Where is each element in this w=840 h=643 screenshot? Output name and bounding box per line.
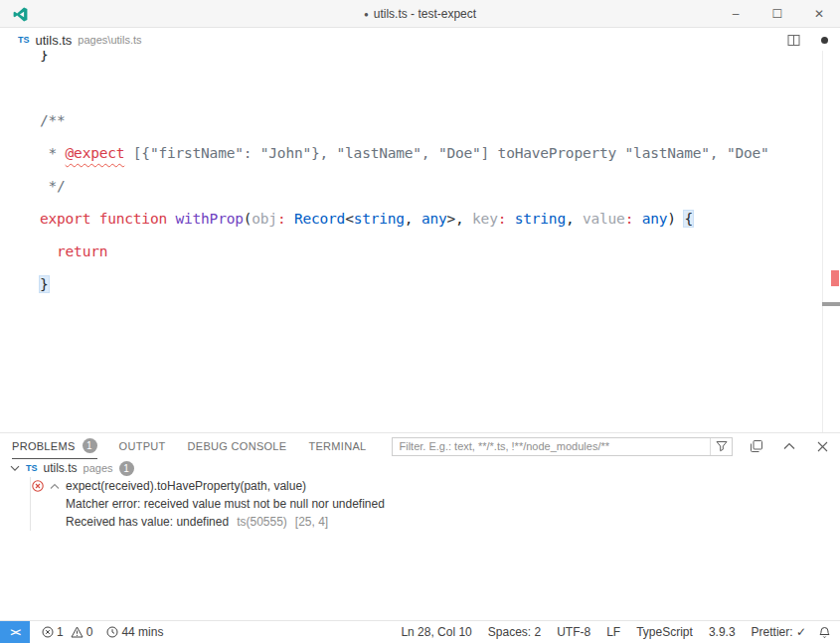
code-area: } /** * @expect [{"firstName": "John"}, …	[0, 51, 840, 301]
tab-debug-console[interactable]: DEBUG CONSOLE	[188, 433, 287, 459]
problems-status[interactable]: 1 0	[42, 625, 92, 639]
timer-status[interactable]: 44 mins	[106, 625, 163, 639]
tab-label: utils.ts	[36, 33, 73, 48]
window-title-text: utils.ts - test-expect	[374, 7, 476, 21]
remote-indicator[interactable]: ><	[0, 621, 30, 643]
maximize-button[interactable]: ☐	[756, 0, 798, 28]
bell-icon[interactable]	[816, 624, 832, 640]
code-line[interactable]: export function withProp(obj: Record<str…	[40, 203, 840, 236]
problems-tab-label: PROBLEMS	[12, 440, 76, 452]
code-editor[interactable]: } /** * @expect [{"firstName": "John"}, …	[0, 51, 840, 432]
statusbar-item[interactable]: Spaces: 2	[488, 625, 541, 639]
minimize-button[interactable]: –	[715, 0, 756, 28]
code-line[interactable]: }	[40, 268, 840, 301]
statusbar-item[interactable]: Prettier: ✓	[752, 625, 806, 639]
error-count: 1	[57, 625, 64, 639]
code-line[interactable]: return	[40, 236, 840, 268]
tab-bar: TS utils.ts pages\utils.ts	[0, 29, 840, 51]
statusbar-item[interactable]: LF	[606, 625, 620, 639]
problem-detail-row[interactable]: Received has value: undefined ts(50555) …	[0, 513, 840, 531]
split-editor-icon[interactable]	[785, 32, 801, 48]
problem-detail-row[interactable]: Matcher error: received value must not b…	[0, 495, 840, 513]
modified-dot-icon[interactable]	[821, 37, 828, 44]
problems-filter	[392, 437, 733, 456]
chevron-up-icon[interactable]	[50, 483, 60, 490]
tab-output[interactable]: OUTPUT	[119, 433, 166, 459]
problem-position: [25, 4]	[295, 515, 328, 529]
error-icon	[32, 480, 44, 492]
problem-detail: Matcher error: received value must not b…	[66, 497, 385, 511]
problems-file-group[interactable]: TS utils.ts pages 1	[0, 459, 840, 477]
problem-source: ts(50555)	[237, 515, 287, 529]
problems-count-badge: 1	[83, 438, 97, 453]
bottom-panel: PROBLEMS 1 OUTPUT DEBUG CONSOLE TERMINAL	[0, 432, 840, 620]
tab-terminal[interactable]: TERMINAL	[308, 433, 366, 459]
status-bar: >< 1 0 44 mins Ln 28, Col 10Spaces: 2UTF…	[0, 620, 840, 643]
file-name: utils.ts	[44, 461, 78, 475]
filter-input[interactable]	[393, 440, 710, 452]
typescript-file-icon: TS	[26, 463, 38, 473]
problems-tree: TS utils.ts pages 1 expect(received).toH…	[0, 459, 840, 531]
file-problem-count-badge: 1	[119, 461, 134, 476]
error-count-icon	[42, 626, 54, 638]
statusbar-item[interactable]: 3.9.3	[709, 625, 736, 639]
tab-utils-ts[interactable]: TS utils.ts pages\utils.ts	[18, 29, 142, 51]
overview-ruler-border	[822, 51, 823, 432]
panel-header: PROBLEMS 1 OUTPUT DEBUG CONSOLE TERMINAL	[0, 433, 840, 459]
statusbar-item[interactable]: UTF-8	[557, 625, 590, 639]
collapse-all-icon[interactable]	[749, 438, 764, 454]
scrollbar-cursor-marker	[822, 302, 840, 306]
timer-label: 44 mins	[121, 625, 163, 639]
tab-problems[interactable]: PROBLEMS 1	[12, 433, 97, 459]
code-line[interactable]: }	[40, 51, 840, 72]
code-line[interactable]: * @expect [{"firstName": "John"}, "lastN…	[40, 137, 840, 170]
warning-count: 0	[86, 625, 93, 639]
unsaved-dot-icon: ●	[364, 10, 369, 19]
problem-message: expect(received).toHaveProperty(path, va…	[66, 479, 306, 493]
statusbar-item[interactable]: TypeScript	[636, 625, 693, 639]
indent-guide	[30, 477, 31, 531]
tab-path: pages\utils.ts	[78, 34, 141, 46]
titlebar: ● utils.ts - test-expect – ☐ ✕	[0, 0, 840, 28]
code-line[interactable]: */	[40, 170, 840, 203]
clock-icon	[106, 626, 118, 638]
code-line[interactable]: /**	[40, 104, 840, 137]
problem-detail: Received has value: undefined	[66, 515, 229, 529]
error-marker	[831, 270, 839, 286]
filter-icon[interactable]	[710, 438, 732, 455]
statusbar-right: Ln 28, Col 10Spaces: 2UTF-8LFTypeScript3…	[401, 625, 806, 639]
close-panel-icon[interactable]	[814, 438, 830, 454]
chevron-down-icon	[10, 465, 20, 472]
warning-count-icon	[71, 626, 84, 638]
typescript-file-icon: TS	[18, 35, 30, 45]
close-button[interactable]: ✕	[798, 0, 840, 28]
file-dir: pages	[84, 462, 113, 474]
statusbar-item[interactable]: Ln 28, Col 10	[401, 625, 471, 639]
problem-row[interactable]: expect(received).toHaveProperty(path, va…	[0, 477, 840, 495]
code-line[interactable]	[40, 72, 840, 104]
maximize-panel-icon[interactable]	[781, 438, 797, 454]
